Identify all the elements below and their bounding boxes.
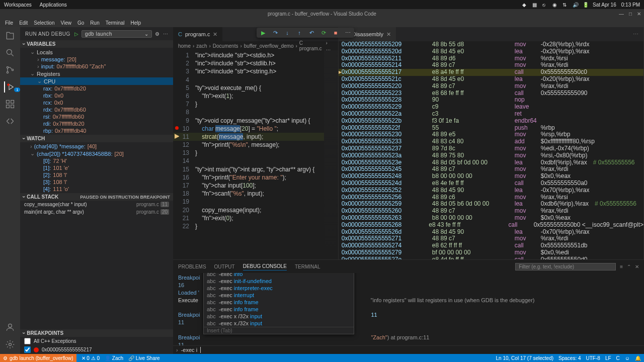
remote-indicator[interactable]: ⚙ gdb launch (buffer_overflow) xyxy=(0,354,76,362)
debug-stepover-icon[interactable]: ↷ xyxy=(272,29,279,36)
tray-icon[interactable]: ▦ xyxy=(532,2,537,7)
panel-tab-problems[interactable]: PROBLEMS xyxy=(178,263,206,270)
tray-icon[interactable]: ⎋ xyxy=(542,2,547,7)
status-eol[interactable]: LF xyxy=(605,355,611,361)
register-row[interactable]: rcx:0x0 xyxy=(20,99,173,106)
breakpoint-row[interactable]: 0x0000555555555217 xyxy=(20,345,173,354)
disasm-row[interactable]: 0x0000555555555229c9leave xyxy=(339,104,643,111)
register-row[interactable]: rbx:0x0 xyxy=(20,92,173,99)
disasm-row[interactable]: 0x000055555555525648 89 c6mov%rax,%rsi xyxy=(339,194,643,201)
launch-config-select[interactable]: gdb launch⌄ xyxy=(82,30,152,38)
code-line[interactable]: 8 xyxy=(173,108,324,116)
status-cursor[interactable]: Ln 10, Col 17 (7 selected) xyxy=(496,355,554,361)
tray-network-icon[interactable]: ⇅ xyxy=(562,2,568,7)
watch-section[interactable]: ›WATCH xyxy=(20,135,173,142)
window-minimize-icon[interactable]: — xyxy=(619,11,624,17)
panel-icon[interactable]: ≡ xyxy=(620,264,623,269)
bp-checkbox[interactable] xyxy=(24,346,31,353)
register-row[interactable]: rsi:0x7fffffffdb60 xyxy=(20,113,173,120)
debug-stepinto-icon[interactable]: ↓ xyxy=(284,29,291,36)
code-line[interactable]: 5"ty">void execute_me() { xyxy=(173,84,324,92)
disassembly-view[interactable]: 0x000055555555520948 8b 55 d8mov-0x28(%r… xyxy=(339,41,643,259)
close-icon[interactable]: ✕ xyxy=(386,31,391,38)
extensions-icon[interactable] xyxy=(5,99,16,110)
tray-icon[interactable]: ◆ xyxy=(522,2,527,7)
code-line[interactable]: 21 "fn">exit(0); xyxy=(173,214,324,222)
account-icon[interactable] xyxy=(5,322,16,333)
disasm-row[interactable]: 0x000055555555521148 89 d6mov%rdx,%rsi xyxy=(339,55,643,62)
bp-checkbox[interactable] xyxy=(24,338,31,344)
code-line[interactable]: 6 "fn">exit(1); xyxy=(173,92,324,100)
watch-element[interactable]: [4]:111 'o' xyxy=(20,186,173,193)
disasm-row[interactable]: 0x000055555555524548 89 c7mov%rax,%rdi xyxy=(339,166,643,173)
var-message[interactable]: ›message:[20] xyxy=(20,56,173,63)
disasm-row[interactable]: 0x000055555555527148 89 c7mov%rax,%rdi xyxy=(339,235,643,242)
code-line[interactable]: 20 copy_message(input); xyxy=(173,206,324,214)
var-input[interactable]: ›input:0x7fffffffdb60 "Zach" xyxy=(20,63,173,70)
debug-back-icon[interactable]: ↶ xyxy=(308,29,315,36)
tab-program[interactable]: Cprogram.c✕ xyxy=(173,27,223,41)
suggest-item[interactable]: abc-exec info frame xyxy=(204,299,354,306)
register-row[interactable]: rdx:0x7fffffffdb60 xyxy=(20,106,173,113)
callstack-section[interactable]: ›CALL STACKPAUSED ON INSTRUCTION BREAKPO… xyxy=(20,193,173,201)
tray-icon[interactable]: ◉ xyxy=(552,2,557,7)
menu-view[interactable]: View xyxy=(59,20,74,26)
suggest-item[interactable]: abc-exec x./32x input xyxy=(204,320,354,327)
close-icon[interactable]: ✕ xyxy=(213,31,217,38)
panel-close-icon[interactable]: ✕ xyxy=(635,264,639,269)
code-line[interactable]: 18 "fn">scanf("%s", input); xyxy=(173,190,324,198)
disasm-row[interactable]: 0x000055555555523a48 89 75 80mov%rsi,-0x… xyxy=(339,152,643,159)
panel-tab-terminal[interactable]: TERMINAL xyxy=(295,263,320,270)
code-line[interactable]: 22} xyxy=(173,222,324,230)
debug-continue-icon[interactable]: ▶ xyxy=(260,29,267,36)
disasm-row[interactable]: 0x0000555555555268e8 43 fe ff ffcall0x55… xyxy=(339,222,643,229)
disasm-row[interactable]: ▸0x0000555555555217e8 a4 fe ff ffcall0x5… xyxy=(339,69,643,76)
menu-run[interactable]: Run xyxy=(88,20,101,26)
panel-maximize-icon[interactable]: ⌃ xyxy=(627,264,631,269)
code-line[interactable]: 1"inc">#include "str"><stdio.h> xyxy=(173,51,324,59)
status-user[interactable]: 👤 Zach xyxy=(105,355,123,361)
variables-section[interactable]: ›VARIABLES xyxy=(20,40,173,48)
more-icon[interactable]: ⋯ xyxy=(163,31,169,37)
tray-volume-icon[interactable]: 🔊 xyxy=(573,2,578,7)
explorer-icon[interactable] xyxy=(5,30,16,41)
disasm-row[interactable]: 0x000055555555521c48 8d 45 e0lea-0x20(%r… xyxy=(339,76,643,83)
suggest-item[interactable]: abc-exec init-if-undefined xyxy=(204,278,354,285)
disasm-row[interactable]: 0x000055555555522048 89 c7mov%rax,%rdi xyxy=(339,83,643,90)
breadcrumb[interactable]: home › zach › Documents › buffer_overflo… xyxy=(173,41,338,50)
panel-tab-output[interactable]: OUTPUT xyxy=(214,263,235,270)
more-icon[interactable]: ⋯ xyxy=(628,31,643,38)
disasm-row[interactable]: 0x000055555555525948 8d 05 b6 0d 00 00le… xyxy=(339,201,643,208)
suggest-item[interactable]: abc-exec info xyxy=(204,273,354,278)
code-line[interactable]: 2"inc">#include "str"><stdlib.h> xyxy=(173,59,324,67)
debug-stop-icon[interactable]: ■ xyxy=(332,29,339,36)
disasm-row[interactable]: 0x000055555555525248 8d 45 90lea-0x70(%r… xyxy=(339,187,643,194)
debug-stepout-icon[interactable]: ↑ xyxy=(296,29,303,36)
callstack-frame[interactable]: copy_message(char * input)program.c 11 xyxy=(20,201,173,208)
watch-element[interactable]: [0]:72 'H' xyxy=(20,157,173,164)
code-line[interactable]: 7} xyxy=(173,100,324,108)
disasm-row[interactable]: 0x000055555555522bf3 0f 1e faendbr64 xyxy=(339,118,643,125)
code-line[interactable]: 12 "fn">printf("%s\n", message); xyxy=(173,141,324,149)
menu-edit[interactable]: Edit xyxy=(17,20,30,26)
menu-help[interactable]: Help xyxy=(129,20,143,26)
debug-icon[interactable]: 1 xyxy=(4,81,15,93)
code-line[interactable]: 10 char message[20] = "Hello "; xyxy=(173,125,324,133)
disasm-row[interactable]: 0x000055555555526048 89 c7mov%rax,%rdi xyxy=(339,208,643,215)
debug-restart-icon[interactable]: ⟳ xyxy=(320,29,327,36)
disasm-row[interactable]: 0x000055555555523048 89 e5mov%rsp,%rbp xyxy=(339,131,643,138)
register-row[interactable]: rax:0x7fffffffdb20 xyxy=(20,85,173,92)
disasm-row[interactable]: 0x0000555555555279bf 00 00 00 00mov$0x0,… xyxy=(339,249,643,256)
status-liveshare[interactable]: 🔗 Live Share xyxy=(128,355,160,361)
callstack-frame[interactable]: main(int argc, char ** argv)program.c 20 xyxy=(20,208,173,216)
tree-row[interactable]: ⌄Locals xyxy=(20,48,173,56)
menu-terminal[interactable]: Terminal xyxy=(104,20,127,26)
search-icon[interactable] xyxy=(5,47,16,58)
disasm-row[interactable]: 0x000055555555520948 8b 55 d8mov-0x28(%r… xyxy=(339,41,643,48)
disasm-row[interactable]: 0x0000555555555274e8 62 ff ff ffcall0x55… xyxy=(339,242,643,249)
console-input[interactable]: › -exec i xyxy=(173,345,644,354)
window-maximize-icon[interactable]: □ xyxy=(629,11,632,17)
watch-row[interactable]: ⌄(char[20]) *1407374883458B8:[20] xyxy=(20,150,173,157)
start-debug-icon[interactable]: ▷ xyxy=(74,31,79,37)
breakpoint-row[interactable]: All C++ Exceptions xyxy=(20,337,173,345)
